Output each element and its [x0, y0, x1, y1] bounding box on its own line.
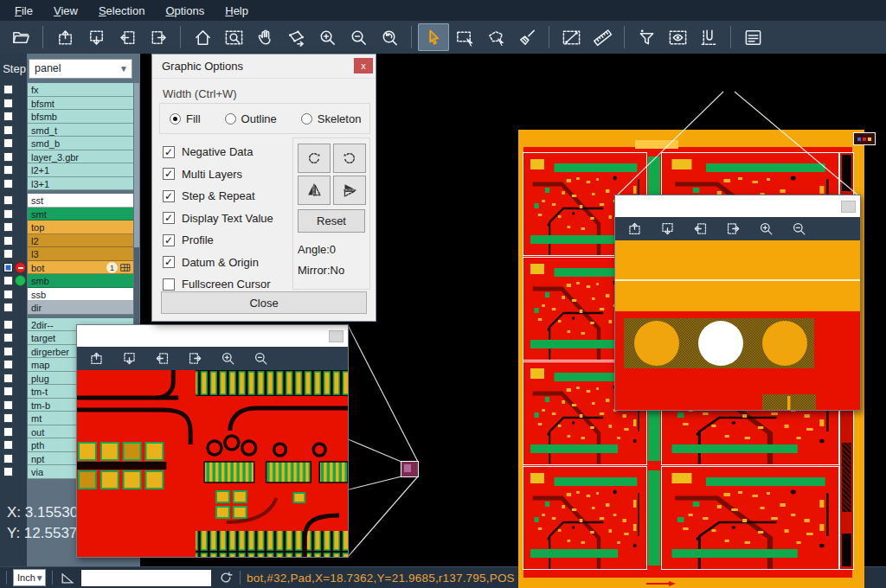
- checkbox-datum-origin[interactable]: ✓Datum & Origin: [163, 252, 273, 274]
- layer-visibility-checkbox[interactable]: [3, 112, 13, 121]
- layer-visibility-checkbox[interactable]: [3, 276, 13, 285]
- window-button[interactable]: [329, 330, 343, 342]
- pan-right-icon[interactable]: [179, 348, 210, 370]
- hand-pan-icon[interactable]: [249, 23, 280, 51]
- checkbox-step-repeat[interactable]: ✓Step & Repeat: [163, 185, 273, 208]
- radio-skeleton[interactable]: Skeleton: [301, 112, 362, 125]
- rotate-ccw-button[interactable]: [333, 144, 366, 173]
- pan-left-icon[interactable]: [112, 23, 143, 51]
- zoom-out-icon[interactable]: [783, 218, 814, 240]
- snap-magnet-icon[interactable]: [693, 23, 724, 51]
- layer-visibility-checkbox[interactable]: [3, 374, 13, 383]
- folder-open-icon[interactable]: [5, 23, 36, 51]
- close-icon[interactable]: x: [354, 58, 373, 74]
- zoom-out-icon[interactable]: [245, 348, 276, 370]
- layer-name-fx[interactable]: fx: [28, 83, 133, 97]
- pan-up-icon[interactable]: [80, 348, 112, 370]
- checkbox-negative-data[interactable]: ✓Negative Data: [163, 141, 273, 163]
- layer-visibility-checkbox[interactable]: [3, 165, 13, 175]
- layer-visibility-checkbox[interactable]: [3, 263, 13, 272]
- layer-visibility-checkbox[interactable]: [3, 125, 13, 135]
- brush-clean-icon[interactable]: [511, 23, 543, 51]
- home-icon[interactable]: [187, 23, 218, 51]
- pan-right-icon[interactable]: [143, 23, 174, 51]
- layer-visibility-checkbox[interactable]: [3, 360, 13, 369]
- layer-visibility-checkbox[interactable]: [3, 387, 13, 396]
- layer-name-layer_3.gbr[interactable]: layer_3.gbr: [28, 150, 133, 164]
- layer-visibility-checkbox[interactable]: [3, 467, 13, 476]
- menu-item-help[interactable]: Help: [215, 2, 258, 20]
- layer-name-l3[interactable]: l3: [28, 247, 133, 261]
- layer-visibility-checkbox[interactable]: [3, 249, 13, 259]
- layer-visibility-checkbox[interactable]: [3, 413, 13, 423]
- measure-line-icon[interactable]: [555, 23, 587, 51]
- zoom-out-icon[interactable]: [343, 23, 374, 51]
- layer-visibility-checkbox[interactable]: [3, 303, 13, 312]
- close-button[interactable]: Close: [161, 291, 367, 314]
- checkbox-profile[interactable]: ✓Profile: [163, 229, 273, 252]
- layer-name-bfsmt[interactable]: bfsmt: [28, 97, 133, 111]
- layer-visibility-checkbox[interactable]: [3, 347, 13, 356]
- zoom-window-icon[interactable]: [218, 23, 249, 51]
- zoom-previous-icon[interactable]: [374, 23, 405, 51]
- layer-name-top[interactable]: top: [28, 220, 133, 234]
- pan-down-icon[interactable]: [652, 218, 683, 240]
- layer-list-icon[interactable]: [737, 23, 768, 51]
- pan-right-icon[interactable]: [717, 218, 748, 240]
- layer-name-smd_t[interactable]: smd_t: [28, 124, 133, 137]
- layer-visibility-checkbox[interactable]: [3, 290, 13, 299]
- eye-preview-icon[interactable]: [662, 23, 693, 51]
- radio-fill[interactable]: Fill: [170, 112, 201, 125]
- mirror-horizontal-button[interactable]: [298, 176, 331, 205]
- pan-left-icon[interactable]: [684, 218, 716, 240]
- pan-up-icon[interactable]: [49, 23, 80, 51]
- mirror-vertical-button[interactable]: [333, 176, 366, 205]
- layer-visibility-checkbox[interactable]: [3, 236, 13, 246]
- layer-visibility-checkbox[interactable]: [3, 138, 13, 148]
- layer-name-smb[interactable]: smb: [28, 274, 133, 288]
- layer-name-bfsmb[interactable]: bfsmb: [28, 110, 133, 124]
- menu-item-view[interactable]: View: [44, 2, 87, 20]
- unit-select[interactable]: Inch▼: [13, 569, 46, 586]
- command-input[interactable]: [81, 570, 211, 586]
- checkbox-display-text-value[interactable]: ✓Display Text Value: [163, 208, 273, 230]
- pan-down-icon[interactable]: [113, 348, 144, 370]
- menu-item-options[interactable]: Options: [156, 2, 214, 20]
- zoom-in-icon[interactable]: [212, 348, 243, 370]
- layer-name-sst[interactable]: sst: [28, 194, 133, 208]
- rotate-cw-button[interactable]: [298, 144, 331, 173]
- zoom-in-icon[interactable]: [750, 218, 781, 240]
- rect-select-icon[interactable]: [449, 23, 480, 51]
- zoom-in-icon[interactable]: [311, 23, 343, 51]
- polygon-select-icon[interactable]: [480, 23, 511, 51]
- layer-visibility-checkbox[interactable]: [3, 222, 13, 232]
- layer-visibility-checkbox[interactable]: [3, 195, 13, 205]
- layer-visibility-checkbox[interactable]: [3, 152, 13, 162]
- layer-visibility-checkbox[interactable]: [3, 320, 13, 329]
- grid-icon[interactable]: [119, 262, 132, 273]
- layer-name-l2[interactable]: l2: [28, 234, 133, 248]
- window-button[interactable]: [841, 201, 856, 213]
- layer-visibility-checkbox[interactable]: [3, 99, 13, 108]
- layer-visibility-checkbox[interactable]: [3, 440, 13, 450]
- layer-name-dir[interactable]: dir: [28, 301, 133, 315]
- magnifier-view-fiducial[interactable]: [615, 240, 860, 410]
- layer-name-l3+1[interactable]: l3+1: [28, 177, 133, 191]
- pan-up-icon[interactable]: [619, 218, 650, 240]
- select-cursor-icon[interactable]: [418, 23, 449, 51]
- magnifier-title-bar[interactable]: [77, 325, 348, 347]
- reset-button[interactable]: Reset: [298, 209, 365, 233]
- layer-visibility-checkbox[interactable]: [3, 427, 13, 437]
- layer-name-ssb[interactable]: ssb: [28, 288, 133, 302]
- layer-visibility-checkbox[interactable]: [3, 333, 13, 342]
- layer-visibility-checkbox[interactable]: [3, 209, 13, 219]
- layer-name-l2+1[interactable]: l2+1: [28, 163, 133, 177]
- layer-name-bot[interactable]: bot1: [28, 261, 133, 275]
- pan-left-icon[interactable]: [146, 348, 177, 370]
- layer-visibility-checkbox[interactable]: [3, 85, 13, 94]
- menu-item-file[interactable]: File: [5, 2, 42, 20]
- step-select[interactable]: panel▼: [29, 59, 132, 79]
- dialog-title-bar[interactable]: Graphic Options: [152, 54, 376, 79]
- filter-icon[interactable]: [631, 23, 662, 51]
- layer-visibility-checkbox[interactable]: [3, 454, 13, 463]
